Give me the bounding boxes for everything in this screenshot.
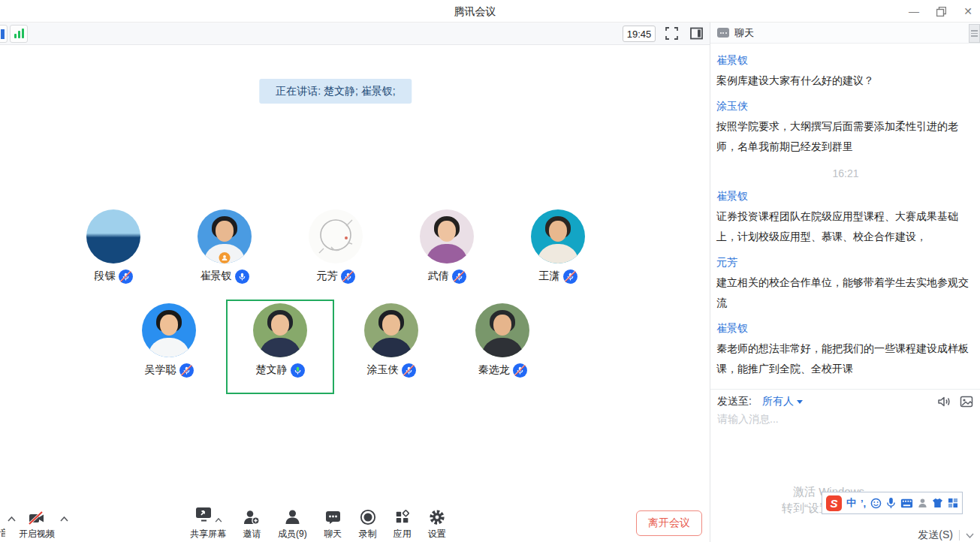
sogou-logo-icon[interactable]: S [826, 495, 842, 511]
avatar [364, 303, 418, 357]
chinese-mode-icon[interactable]: 中 [846, 496, 856, 510]
share-screen-icon [194, 506, 213, 522]
participant-tile[interactable]: 涂玉侠 [336, 303, 447, 378]
toggle-side-panel-button[interactable] [690, 27, 704, 43]
mic-status-icon[interactable] [179, 363, 194, 378]
account-icon[interactable] [918, 498, 927, 508]
camera-off-icon [28, 510, 46, 525]
mic-status-icon[interactable] [452, 269, 466, 284]
send-button[interactable]: 发送(S) [918, 528, 953, 542]
avatar [531, 209, 585, 263]
participant-nameline: 楚文静 [256, 363, 305, 378]
chat-message-sender: 涂玉侠 [716, 98, 975, 113]
chat-footer-divider [710, 389, 980, 390]
mic-status-icon[interactable] [513, 363, 527, 378]
chat-message: 涂玉侠按照学院要求，大纲撰写后面需要添加柔性引进的老师，名单我前期已经发到群里 [716, 98, 975, 157]
chat-label: 聊天 [324, 528, 342, 540]
toolbox-icon[interactable] [948, 498, 958, 508]
window-controls: — ✕ [908, 0, 974, 23]
minimize-button[interactable]: — [908, 5, 920, 17]
mic-status-icon[interactable] [291, 363, 305, 378]
avatar [86, 209, 140, 263]
participant-tile[interactable]: 吴学聪 [113, 303, 225, 378]
share-screen-button[interactable]: 共享屏幕 [182, 506, 234, 540]
fullscreen-button[interactable] [665, 27, 678, 43]
send-to-value: 所有人 [762, 395, 794, 408]
participant-nameline: 吴学聪 [145, 363, 194, 378]
participant-tile[interactable]: 王潇 [502, 209, 614, 284]
participant-row-2: 吴学聪 楚文静 [113, 303, 558, 378]
members-button[interactable]: 成员(9) [270, 509, 315, 540]
invite-button[interactable]: 邀请 [234, 509, 270, 540]
chat-scrollbar-thumb[interactable] [969, 24, 980, 43]
audio-notify-icon[interactable] [937, 396, 951, 408]
chat-panel-title: 聊天 [734, 26, 754, 40]
apps-label: 应用 [394, 528, 412, 540]
chat-panel: 聊天 崔景钗案例库建设大家有什么好的建议？涂玉侠按照学院要求，大纲撰写后面需要添… [710, 23, 980, 542]
close-button[interactable]: ✕ [962, 5, 974, 17]
participant-tile[interactable]: 崔景钗 [169, 209, 280, 284]
meeting-timer: 19:45 [623, 26, 656, 42]
start-video-button[interactable]: 开启视频 [15, 510, 59, 540]
send-to-dropdown[interactable]: 所有人 [762, 395, 803, 408]
settings-label: 设置 [428, 528, 446, 540]
chat-bubble-icon [717, 28, 729, 38]
chat-message: 元芳建立相关的校企合作单位，能够带着学生去实地参观交流 [716, 254, 975, 313]
participant-tile[interactable]: 楚文静 [225, 303, 336, 378]
send-options-chevron[interactable] [966, 530, 974, 540]
participant-tile[interactable]: 秦选龙 [447, 303, 558, 378]
chat-button[interactable]: 聊天 [315, 509, 351, 540]
mic-status-icon[interactable] [563, 269, 577, 284]
chat-message-sender: 崔景钗 [716, 53, 975, 68]
participant-name: 涂玉侠 [367, 363, 399, 377]
restore-button[interactable] [935, 5, 947, 17]
participant-name: 吴学聪 [145, 363, 176, 377]
restore-icon [936, 7, 946, 17]
chat-message-sender: 崔景钗 [716, 321, 975, 336]
avatar [253, 303, 307, 357]
participant-nameline: 涂玉侠 [367, 363, 416, 378]
mic-status-icon[interactable] [235, 269, 249, 284]
ime-toolbar[interactable]: S 中 ’, [822, 492, 963, 514]
chat-header: 聊天 [710, 23, 980, 44]
send-to-row: 发送至: 所有人 [717, 393, 973, 410]
meeting-info-button[interactable] [0, 25, 8, 43]
network-signal-icon [14, 34, 17, 38]
skin-icon[interactable] [932, 498, 943, 508]
chat-message: 崔景钗案例库建设大家有什么好的建议？ [716, 53, 975, 91]
share-options-chevron[interactable] [215, 512, 222, 525]
video-options-chevron[interactable] [60, 511, 68, 525]
leave-meeting-button[interactable]: 离开会议 [636, 510, 702, 536]
chat-message-list: 崔景钗案例库建设大家有什么好的建议？涂玉侠按照学院要求，大纲撰写后面需要添加柔性… [710, 44, 980, 389]
record-label: 录制 [359, 528, 377, 540]
send-image-icon[interactable] [960, 396, 973, 408]
mic-status-icon[interactable] [119, 269, 133, 284]
invite-icon [243, 509, 261, 525]
record-button[interactable]: 录制 [351, 509, 385, 540]
participant-tile[interactable]: 元芳 [280, 209, 391, 284]
meeting-topbar: 19:45 [0, 23, 710, 45]
meeting-window: 腾讯会议 — ✕ 19:45 [0, 0, 980, 542]
settings-button[interactable]: 设置 [420, 509, 454, 540]
apps-button[interactable]: 应用 [385, 509, 420, 540]
invite-label: 邀请 [243, 528, 261, 540]
record-icon [359, 509, 377, 525]
participant-tile[interactable]: 武倩 [391, 209, 502, 284]
chat-message: 崔景钗秦老师的想法非常好，能把我们的一些课程建设成样板课，能推广到全院、全校开课 [716, 321, 975, 379]
voice-mic-icon[interactable] [886, 497, 896, 509]
mic-status-icon[interactable] [341, 269, 355, 284]
settings-gear-icon [428, 509, 446, 525]
mute-button-label-clipped[interactable]: 音 [0, 527, 5, 540]
participant-tile[interactable]: 段锞 [58, 209, 169, 284]
network-quality-button[interactable] [10, 25, 28, 43]
mic-status-icon[interactable] [402, 363, 416, 378]
chat-message-input[interactable] [717, 413, 965, 425]
members-icon [283, 509, 302, 525]
soft-keyboard-icon[interactable] [900, 498, 913, 508]
apps-icon [394, 509, 412, 525]
chat-message-text: 建立相关的校企合作单位，能够带着学生去实地参观交流 [716, 273, 973, 313]
punctuation-icon[interactable]: ’, [861, 498, 866, 509]
chat-message-text: 秦老师的想法非常好，能把我们的一些课程建设成样板课，能推广到全院、全校开课 [716, 339, 973, 379]
emoji-icon[interactable] [870, 498, 882, 509]
chat-message-text: 按照学院要求，大纲撰写后面需要添加柔性引进的老师，名单我前期已经发到群里 [716, 116, 973, 157]
